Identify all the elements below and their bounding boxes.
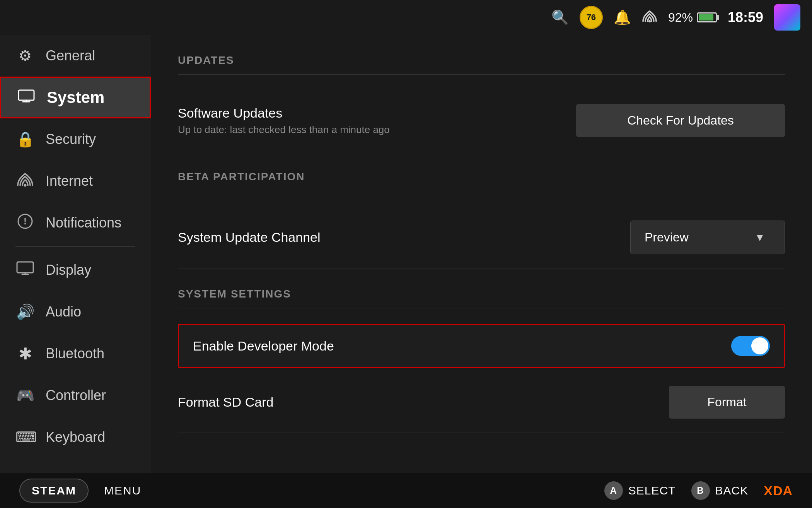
updates-section-title: UPDATES <box>178 54 785 67</box>
updates-divider <box>178 74 785 75</box>
gear-icon: ⚙ <box>15 47 35 64</box>
sidebar-label-general: General <box>46 48 95 64</box>
bluetooth-icon: ✱ <box>15 344 35 363</box>
developer-mode-toggle[interactable] <box>731 336 770 356</box>
format-sd-row: Format SD Card Format <box>178 372 785 433</box>
b-button[interactable]: B <box>691 481 710 500</box>
back-label: BACK <box>715 484 749 497</box>
select-label: SELECT <box>628 484 676 497</box>
sidebar-item-general[interactable]: ⚙ General <box>0 35 151 77</box>
clock: 18:59 <box>728 9 763 26</box>
sidebar-item-system[interactable]: System <box>0 77 151 118</box>
format-button[interactable]: Format <box>669 386 785 419</box>
sidebar-item-keyboard[interactable]: ⌨ Keyboard <box>0 416 151 458</box>
controller-icon: 🎮 <box>15 387 35 404</box>
bottom-right-controls: A SELECT B BACK XDA <box>604 481 793 500</box>
main-content: UPDATES Software Updates Up to date: las… <box>151 35 812 473</box>
format-sd-label: Format SD Card <box>178 395 274 410</box>
system-settings-section: SYSTEM SETTINGS Enable Developer Mode Fo… <box>178 288 785 433</box>
notifications-icon: ! <box>15 214 35 233</box>
select-control: A SELECT <box>604 481 676 500</box>
sidebar-label-notifications: Notifications <box>46 215 121 231</box>
menu-label: MENU <box>104 484 141 497</box>
sidebar-item-controller[interactable]: 🎮 Controller <box>0 375 151 416</box>
sidebar-label-security: Security <box>46 131 96 147</box>
sidebar-item-display[interactable]: Display <box>0 249 151 291</box>
svg-rect-7 <box>17 262 33 273</box>
bell-icon[interactable]: 🔔 <box>614 9 631 26</box>
audio-icon: 🔊 <box>15 303 35 320</box>
svg-text:!: ! <box>24 216 27 226</box>
internet-icon <box>15 172 35 190</box>
display-icon <box>15 261 35 279</box>
update-channel-label: System Update Channel <box>178 230 321 245</box>
software-updates-sub: Up to date: last checked less than a min… <box>178 124 390 136</box>
battery-indicator: 92% <box>668 10 717 25</box>
beta-section-title: BETA PARTICIPATION <box>178 171 785 183</box>
user-avatar[interactable] <box>774 4 800 31</box>
back-control: B BACK <box>691 481 749 500</box>
software-updates-info: Software Updates Up to date: last checke… <box>178 106 390 136</box>
bottombar: STEAM MENU A SELECT B BACK XDA <box>0 473 812 508</box>
steam-menu-group: STEAM MENU <box>19 479 141 503</box>
sidebar-label-bluetooth: Bluetooth <box>46 346 104 362</box>
software-updates-label: Software Updates <box>178 106 390 121</box>
check-for-updates-button[interactable]: Check For Updates <box>576 104 785 137</box>
sidebar-label-audio: Audio <box>46 304 81 320</box>
a-button[interactable]: A <box>604 481 623 500</box>
updates-section: UPDATES Software Updates Up to date: las… <box>178 54 785 151</box>
toggle-thumb <box>751 337 768 354</box>
update-channel-dropdown[interactable]: Preview ▼ <box>630 221 785 254</box>
developer-mode-toggle-container <box>731 336 770 356</box>
sidebar-item-notifications[interactable]: ! Notifications <box>0 202 151 244</box>
sidebar-divider <box>15 246 135 247</box>
beta-divider <box>178 191 785 191</box>
xda-logo: XDA <box>764 483 793 498</box>
sidebar-label-internet: Internet <box>46 173 93 189</box>
sidebar-label-keyboard: Keyboard <box>46 429 105 445</box>
topbar: 🔍 76 🔔 92% 18:59 <box>0 0 812 35</box>
steam-button[interactable]: STEAM <box>19 479 89 503</box>
keyboard-icon: ⌨ <box>15 429 35 446</box>
system-settings-divider <box>178 308 785 308</box>
sidebar-item-audio[interactable]: 🔊 Audio <box>0 291 151 333</box>
dropdown-value: Preview <box>645 230 689 245</box>
sidebar-label-display: Display <box>46 262 91 278</box>
svg-point-4 <box>24 184 27 186</box>
search-icon[interactable]: 🔍 <box>551 9 569 26</box>
developer-mode-label: Enable Developer Mode <box>193 339 334 354</box>
sidebar-item-bluetooth[interactable]: ✱ Bluetooth <box>0 333 151 375</box>
software-updates-row: Software Updates Up to date: last checke… <box>178 90 785 151</box>
svg-point-0 <box>648 20 651 22</box>
sidebar: ⚙ General System 🔒 Security Internet <box>0 35 151 473</box>
sidebar-item-security[interactable]: 🔒 Security <box>0 118 151 160</box>
chevron-down-icon: ▼ <box>754 231 765 244</box>
sidebar-label-controller: Controller <box>46 387 106 404</box>
beta-section: BETA PARTICIPATION System Update Channel… <box>178 171 785 269</box>
svg-rect-1 <box>19 90 34 100</box>
sidebar-label-system: System <box>47 88 104 107</box>
signal-icon <box>642 9 657 26</box>
sidebar-item-internet[interactable]: Internet <box>0 160 151 202</box>
lock-icon: 🔒 <box>15 131 35 148</box>
update-channel-row: System Update Channel Preview ▼ <box>178 207 785 269</box>
system-settings-title: SYSTEM SETTINGS <box>178 288 785 300</box>
developer-mode-row: Enable Developer Mode <box>178 324 785 368</box>
battery-bar <box>697 12 717 22</box>
system-icon <box>17 89 36 106</box>
battery-pct: 92% <box>668 10 693 25</box>
fallout-badge: 76 <box>580 6 603 29</box>
